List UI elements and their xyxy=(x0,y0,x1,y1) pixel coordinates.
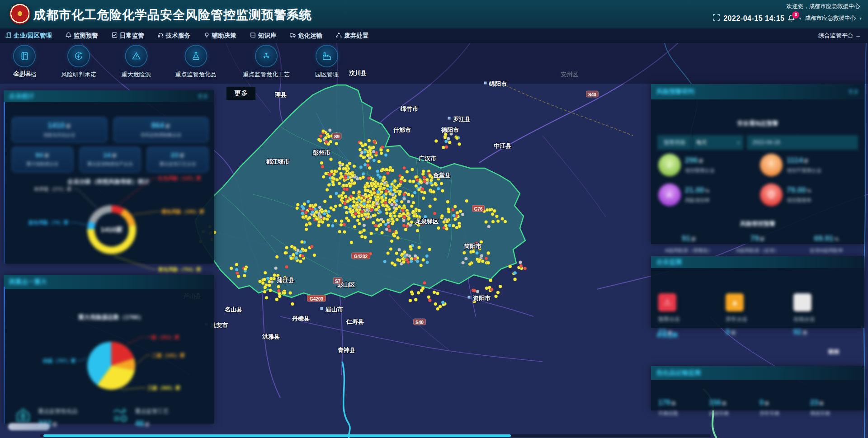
svg-text:橙色风险（190）家: 橙色风险（190）家 xyxy=(161,209,204,215)
grid-icon xyxy=(277,11,283,19)
map-city-label: 仁寿县 xyxy=(346,318,364,325)
subnav-label: 一企一档 xyxy=(13,71,36,79)
warning-subtitle: 安全通知总预警 xyxy=(651,119,864,127)
notification-bell[interactable]: 0 xyxy=(788,14,795,23)
map-city-label: 汶川县 xyxy=(349,70,367,76)
period-select[interactable]: 每天 ▾ xyxy=(693,135,743,150)
map-city-label: 什邡市 xyxy=(393,127,411,133)
map-city-label: 蒲江县 xyxy=(276,277,294,283)
risk-level-donut-chart: 企业分级（按照风险等级）统计红色风险（120）家橙色风险（190）家黄色风险（7… xyxy=(4,170,214,275)
svg-text:企业分级（按照风险等级）统计: 企业分级（按照风险等级）统计 xyxy=(67,178,150,185)
map-city-label: 名山县 xyxy=(224,306,242,313)
refresh-bolt-icon xyxy=(68,46,89,66)
footer-label: 重点监管危化品 xyxy=(38,408,78,415)
major-hazard-panel: 两重点一重大 重大危险源总数（1766）一级（353）家二级（141）家三级（5… xyxy=(4,275,214,424)
city-marker xyxy=(448,117,450,119)
enterprise-monitor-panel: 企业监测 ⚠ 预警企业 23家 ▲ 异常企业 9家 在线企业 92家 xyxy=(651,256,864,328)
system-nav-button[interactable]: 系统导航 xyxy=(277,11,311,19)
stat-a-level-rate: 69.91% 监管A级风险率 xyxy=(792,234,861,254)
map-city-label: 绵阳市 xyxy=(489,80,507,87)
fullscreen-button[interactable] xyxy=(713,14,720,23)
map-attribution-chip xyxy=(8,423,50,430)
nav-item-monitor-warning[interactable]: 监测预警 xyxy=(66,32,98,40)
svg-text:S9: S9 xyxy=(334,134,340,139)
city-marker xyxy=(321,307,323,310)
main-navbar: 企业/园区管理 监测预警 日常监管 技术服务 辅助决策 知识库 危化运输 废弃处… xyxy=(0,28,868,43)
chevron-down-icon[interactable]: ▾ xyxy=(859,16,862,21)
svg-text:未评级（272）家: 未评级（272）家 xyxy=(33,186,72,192)
map-city-label: 龙泉驿区 xyxy=(415,218,439,225)
factory-icon xyxy=(316,46,337,66)
subnav-item-park-management[interactable]: 园区管理 xyxy=(315,46,339,79)
map-city-label: 洪雅县 xyxy=(262,333,280,340)
subnav-label: 园区管理 xyxy=(315,71,339,79)
svg-text:S40: S40 xyxy=(588,92,596,97)
nav-item-knowledge-base[interactable]: 知识库 xyxy=(250,32,277,40)
notification-badge: 0 xyxy=(792,11,799,19)
nav-item-label: 技术服务 xyxy=(166,32,190,40)
map-city-label: 德阳市 xyxy=(441,127,459,133)
subnav-item-key-chemicals[interactable]: 重点监管危化品 xyxy=(175,46,217,79)
subnav-item-enterprise-archive[interactable]: 一企一档 xyxy=(13,46,36,79)
check-square-icon xyxy=(112,32,118,39)
svg-text:S7: S7 xyxy=(335,279,341,284)
svg-text:三级（565）家: 三级（565）家 xyxy=(147,385,180,391)
city-marker xyxy=(468,296,470,298)
nav-item-tech-service[interactable]: 技术服务 xyxy=(158,32,190,40)
nav-item-label: 辅助决策 xyxy=(212,32,236,40)
stat-warning-rate: 79.00% 管控预警率 xyxy=(760,184,862,206)
nav-item-waste-disposal[interactable]: 废弃处置 xyxy=(336,32,368,40)
nav-item-daily-supervision[interactable]: 日常监管 xyxy=(112,32,144,40)
app-logo xyxy=(9,4,30,24)
nav-item-enterprise-park[interactable]: 企业/园区管理 xyxy=(5,32,52,40)
nav-item-label: 知识库 xyxy=(258,32,277,40)
stat-box-precursor-enterprises: 864家 非药品类易制毒企业 xyxy=(113,117,209,142)
stat-a-level-supervise: 79家 A级风险源（监管） xyxy=(723,234,792,254)
map-more-button[interactable]: 更多 xyxy=(226,86,256,100)
bell-icon xyxy=(66,32,71,39)
nav-item-label: 日常监管 xyxy=(120,32,144,40)
datetime-display: 2022-04-15 14:15 xyxy=(723,14,784,23)
truck-icon xyxy=(290,32,296,39)
online-square-icon xyxy=(793,293,811,311)
chevron-down-icon[interactable]: ▾ xyxy=(799,16,801,21)
panel-title: 企业监测 xyxy=(656,258,682,266)
svg-text:黄色风险（754）家: 黄色风险（754）家 xyxy=(158,267,201,273)
transport-total-vehicles: 179辆 车辆总数 xyxy=(658,399,709,417)
subnav-item-major-hazard[interactable]: 重大危险源 xyxy=(122,46,151,79)
svg-text:G76: G76 xyxy=(474,207,483,212)
stat-box-key-process-enterprises: 23家 重点监管工艺企业 xyxy=(147,147,208,172)
integrated-platform-link[interactable]: 综合监管平台 → xyxy=(818,32,861,40)
notebook-icon xyxy=(14,46,35,66)
flask-icon xyxy=(185,46,206,66)
date-input[interactable]: 2022-04-16 xyxy=(747,135,858,150)
org-dropdown[interactable]: 成都市应急救援中心 xyxy=(805,14,856,22)
svg-text:红色风险（120）家: 红色风险（120）家 xyxy=(158,175,201,181)
subnav-item-key-process[interactable]: 重点监管危化工艺 xyxy=(243,46,290,79)
svg-text:G4202: G4202 xyxy=(354,254,368,259)
subnav-item-risk-commitment[interactable]: 风险研判承诺 xyxy=(61,46,96,79)
monitor-warning-enterprises: ⚠ 预警企业 23家 xyxy=(658,293,726,336)
map-city-label: 青神县 xyxy=(338,347,355,353)
nav-item-decision-support[interactable]: 辅助决策 xyxy=(204,32,236,40)
risk-warning-panel: 风险预警研判 更多 安全通知总预警 预警周期 每天 ▾ 2022-04-16 2… xyxy=(651,84,864,244)
bottom-scrollbar-thumb[interactable] xyxy=(43,434,511,437)
svg-text:重大危险源总数（1766）: 重大危险源总数（1766） xyxy=(78,314,144,320)
map-city-label: 金堂县 xyxy=(433,172,451,179)
svg-text:四级（707）家: 四级（707）家 xyxy=(43,358,76,364)
stat-box-major-hazard-enterprises: 94家 重大危险源企业 xyxy=(12,147,73,172)
svg-text:G4203: G4203 xyxy=(310,297,323,301)
panel-more-link[interactable]: 更多 xyxy=(848,88,859,96)
recycle-icon xyxy=(336,32,342,39)
stat-uncontrolled-warning: 1114家 管控不预警企业 xyxy=(760,154,862,176)
map-city-label: 理县 xyxy=(274,91,287,98)
bar-chart-circle-icon xyxy=(658,184,681,206)
map-city-label: 简阳市 xyxy=(464,243,481,250)
period-filter-label: 预警周期 xyxy=(657,135,692,150)
nav-item-hazmat-transport[interactable]: 危化运输 xyxy=(290,32,322,40)
svg-text:蓝色风险（74）家: 蓝色风险（74）家 xyxy=(28,220,69,226)
abnormal-square-icon: ▲ xyxy=(726,293,744,311)
stat-a-level-rectify: 91家 A级风险源（需整改） xyxy=(655,234,723,254)
subnav-label: 重点监管危化工艺 xyxy=(243,71,290,79)
panel-more-link[interactable]: 更多 xyxy=(198,93,208,100)
